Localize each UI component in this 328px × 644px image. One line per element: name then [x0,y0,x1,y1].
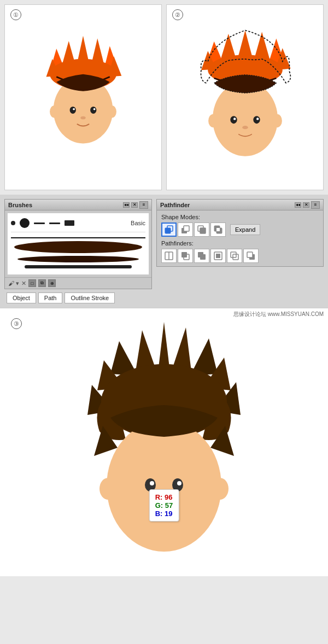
pathfinder-panel: Pathfinder ◂◂ ✕ ≡ Shape Modes: [156,199,324,267]
svg-point-55 [99,478,117,500]
brush-dot-small[interactable] [11,221,15,225]
middle-section: Brushes ◂◂ ✕ ≡ Basic [0,195,328,308]
brush-options-icon[interactable]: ⊕ [48,279,56,287]
svg-rect-52 [247,252,253,257]
exclude-icon [213,225,223,235]
panel-2: ② [166,4,324,190]
brushes-controls: ◂◂ ✕ ≡ [123,201,148,209]
svg-point-29 [233,118,236,120]
bottom-section: 思缘设计论坛 www.MISSYUAN.COM ③ [0,308,328,576]
brushes-footer: 🖌 ▾ ✕ □ ⧉ ⊕ [5,277,151,289]
brush-leaf-2 [17,256,138,262]
character-2-svg [197,24,293,171]
brush-line-1 [11,237,145,238]
unite-icon [164,225,174,235]
pathfinder-menu[interactable]: ≡ [311,201,320,209]
path-button[interactable]: Path [38,292,63,303]
brush-basic-label: Basic [131,220,145,226]
minus-front-icon [180,225,190,235]
shape-modes-row: Expand [161,223,319,237]
bottom-buttons: Object Path Outline Stroke [4,292,152,303]
char-3-container [0,308,328,576]
minus-front-button[interactable] [178,223,193,237]
trim-button[interactable] [178,249,193,263]
outline-stroke-button[interactable]: Outline Stroke [65,292,115,303]
object-button[interactable]: Object [7,292,36,303]
brush-row-1: Basic [11,216,145,230]
b-number: 19 [165,510,172,518]
brush-dash-2[interactable] [49,223,60,224]
brushes-close[interactable]: ✕ [131,202,138,208]
shape-modes-label: Shape Modes: [161,214,319,220]
exclude-button[interactable] [210,223,226,237]
merge-icon [197,251,207,261]
unite-button[interactable] [161,223,177,237]
svg-point-12 [90,107,96,114]
intersect-icon [197,225,207,235]
svg-point-25 [208,114,218,128]
svg-point-28 [253,116,260,124]
brush-delete-icon[interactable]: ✕ [21,280,26,287]
divide-icon [164,251,174,261]
brush-duplicate-icon[interactable]: ⧉ [38,279,46,287]
svg-rect-37 [200,228,206,233]
brush-dash-1[interactable] [34,223,45,224]
b-value: B: 19 [155,510,173,518]
brush-dot-large[interactable] [20,218,30,228]
pathfinders-row [161,249,319,263]
brushes-minimize[interactable]: ◂◂ [123,202,130,208]
panel-1: ① [4,4,162,190]
pathfinder-controls: ◂◂ ✕ ≡ [295,201,320,209]
svg-rect-43 [181,252,187,257]
pathfinder-titlebar: Pathfinder ◂◂ ✕ ≡ [157,200,323,210]
top-section: ① [0,0,328,195]
pathfinder-close[interactable]: ✕ [303,202,309,208]
pathfinder-wrapper: Pathfinder ◂◂ ✕ ≡ Shape Modes: [156,199,324,303]
character-1-svg [42,29,124,166]
svg-point-31 [242,126,248,129]
watermark: 思缘设计论坛 www.MISSYUAN.COM [233,311,324,318]
svg-point-30 [256,118,259,120]
r-label: R: [155,493,165,501]
b-label: B: [155,510,165,518]
brush-strokes [11,232,145,268]
r-value: R: 96 [155,493,173,501]
g-value: G: 57 [155,501,173,510]
intersect-button[interactable] [194,223,209,237]
brushes-title: Brushes [8,202,32,208]
brushes-titlebar: Brushes ◂◂ ✕ ≡ [5,200,151,210]
brushes-menu[interactable]: ≡ [139,201,148,209]
svg-rect-40 [216,228,220,231]
svg-point-60 [177,481,181,485]
pathfinder-title: Pathfinder [160,202,190,208]
brush-rect[interactable] [65,220,74,226]
crop-button[interactable] [210,249,226,263]
color-info-box: R: 96 G: 57 B: 19 [149,489,179,522]
minus-back-button[interactable] [243,249,259,263]
svg-rect-32 [165,228,171,233]
g-number: 57 [165,501,173,510]
svg-point-54 [107,420,221,552]
expand-button[interactable]: Expand [230,224,260,235]
outline-button[interactable] [227,249,242,263]
svg-rect-48 [216,254,220,258]
brush-leaf-1 [14,241,142,253]
svg-rect-35 [184,226,189,231]
svg-rect-46 [200,254,206,260]
svg-point-14 [93,108,96,110]
outline-icon [230,251,239,261]
crop-icon [213,251,223,261]
char-2-container [172,10,318,184]
divide-button[interactable] [161,249,177,263]
pathfinders-label: Pathfinders: [161,240,319,247]
pathfinder-content: Shape Modes: [157,210,323,266]
panel-2-number: ② [172,9,183,20]
svg-point-11 [70,107,76,114]
brush-new-icon[interactable]: □ [28,279,36,287]
svg-point-13 [73,108,75,110]
brushes-content: Basic [7,213,149,275]
brushes-panel: Brushes ◂◂ ✕ ≡ Basic [4,199,152,289]
trim-icon [180,251,190,261]
merge-button[interactable] [194,249,209,263]
pathfinder-minimize[interactable]: ◂◂ [295,202,301,208]
